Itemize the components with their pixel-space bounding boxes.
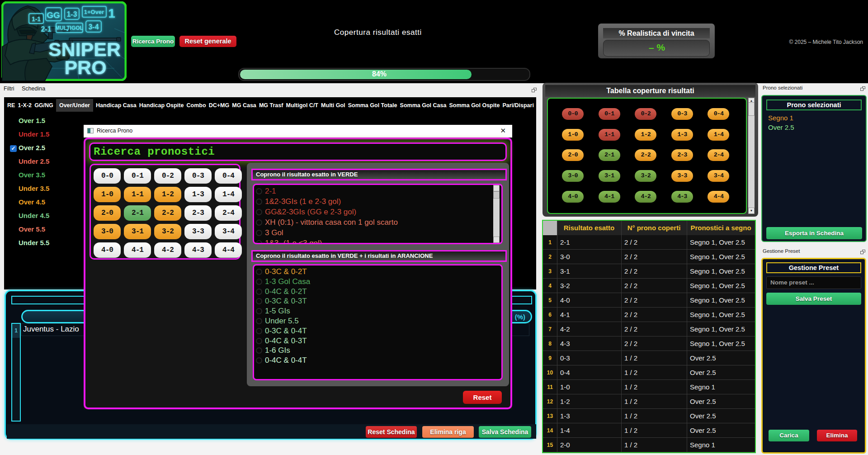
svg-text:GG: GG bbox=[47, 10, 60, 20]
svg-text:1-3: 1-3 bbox=[66, 10, 77, 18]
svg-text:1: 1 bbox=[108, 6, 115, 20]
svg-text:2-1: 2-1 bbox=[41, 25, 51, 33]
svg-text:3-4: 3-4 bbox=[88, 23, 99, 31]
svg-text:1-1: 1-1 bbox=[32, 15, 41, 23]
svg-text:PRO: PRO bbox=[64, 57, 106, 78]
svg-text:1+Over: 1+Over bbox=[84, 9, 104, 15]
svg-text:MULTIGOL: MULTIGOL bbox=[55, 25, 83, 31]
